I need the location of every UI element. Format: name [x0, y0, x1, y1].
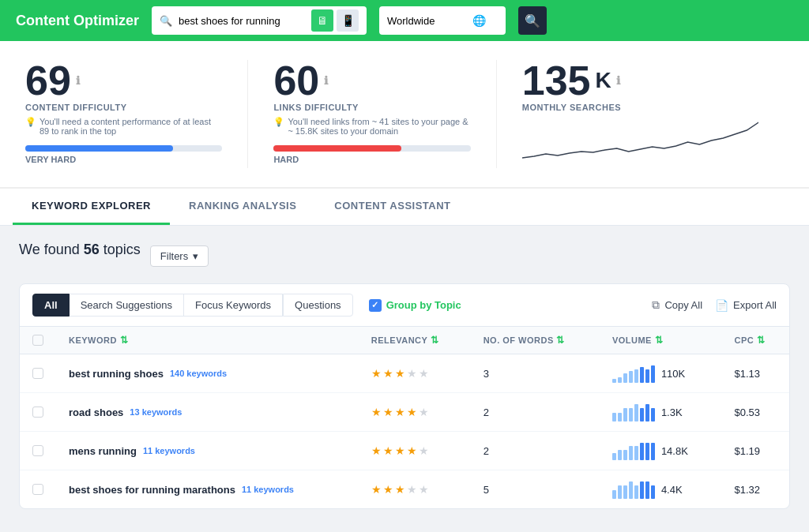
- content-difficulty-bar-label: VERY HARD: [25, 155, 222, 164]
- volume-bar: [623, 485, 627, 499]
- location-input[interactable]: [387, 15, 466, 27]
- table-header: KEYWORD ⇅ RELEVANCY ⇅ NO. OF WORDS ⇅ VOL…: [20, 327, 789, 354]
- copy-icon: ⧉: [652, 298, 660, 312]
- volume-bar: [612, 490, 616, 499]
- volume-bar: [634, 485, 638, 499]
- volume-bar: [634, 404, 638, 421]
- content-difficulty-fill: [25, 145, 173, 152]
- keyword-badge[interactable]: 11 keywords: [242, 485, 294, 494]
- search-button[interactable]: 🔍: [518, 6, 547, 35]
- volume-bar: [640, 408, 644, 421]
- header: Content Optimizer 🔍 🖥 📱 🌐 🔍: [0, 0, 809, 41]
- star: ★: [395, 406, 405, 418]
- export-all-button[interactable]: 📄 Export All: [715, 299, 777, 312]
- row-checkbox[interactable]: [32, 406, 43, 418]
- star: ★: [419, 444, 429, 457]
- table-row: road shoes 13 keywords★★★★★21.3K$0.53: [20, 393, 789, 432]
- star: ★: [383, 406, 393, 418]
- row-checkbox[interactable]: [32, 368, 43, 379]
- volume-bar: [623, 450, 627, 460]
- keyword-badge[interactable]: 13 keywords: [130, 407, 182, 417]
- volume-bar: [640, 443, 644, 460]
- volume-bar: [618, 450, 622, 460]
- volume-bars: [612, 441, 655, 460]
- table-container: All Search Suggestions Focus Keywords Qu…: [19, 283, 790, 509]
- row-checkbox[interactable]: [32, 484, 43, 495]
- sub-tab-focus-keywords[interactable]: Focus Keywords: [184, 294, 283, 317]
- export-icon: 📄: [715, 299, 728, 312]
- filters-button[interactable]: Filters ▾: [150, 245, 209, 267]
- links-difficulty-bar-label: HARD: [273, 155, 470, 164]
- word-count: 5: [471, 470, 600, 509]
- volume-bar: [618, 377, 622, 383]
- cpc-value: $0.53: [721, 393, 789, 432]
- content-difficulty-label: CONTENT DIFFICULTY: [25, 103, 222, 112]
- relevancy-stars: ★★★★★: [371, 367, 458, 380]
- table-row: mens running 11 keywords★★★★★214.8K$1.19: [20, 432, 789, 470]
- word-count: 3: [471, 354, 600, 393]
- words-sort-icon[interactable]: ⇅: [556, 335, 565, 346]
- sub-tab-search-suggestions[interactable]: Search Suggestions: [70, 294, 184, 317]
- keyword-badge[interactable]: 11 keywords: [143, 446, 195, 455]
- keyword-cell: mens running 11 keywords: [69, 445, 346, 457]
- volume-value: 14.8K: [661, 445, 688, 457]
- sub-tab-all[interactable]: All: [32, 294, 70, 317]
- volume-bar: [629, 481, 633, 499]
- cpc-sort-icon[interactable]: ⇅: [757, 335, 766, 346]
- col-words: NO. OF WORDS ⇅: [471, 327, 600, 354]
- topics-header: We found 56 topics Filters ▾: [19, 242, 790, 271]
- select-all-checkbox[interactable]: [32, 335, 43, 346]
- tab-keyword-explorer[interactable]: KEYWORD EXPLORER: [13, 189, 170, 225]
- volume-bar: [623, 373, 627, 383]
- star: ★: [407, 367, 417, 380]
- tab-ranking-analysis[interactable]: Ranking Analysis: [170, 189, 315, 225]
- search-input[interactable]: [179, 15, 305, 27]
- sub-tabs: All Search Suggestions Focus Keywords Qu…: [20, 284, 789, 327]
- volume-bar: [623, 408, 627, 421]
- volume-cell: 14.8K: [612, 441, 709, 460]
- copy-all-button[interactable]: ⧉ Copy All: [652, 298, 702, 312]
- keyword-badge[interactable]: 140 keywords: [170, 369, 227, 378]
- volume-bars: [612, 480, 655, 499]
- search-type-buttons: 🖥 📱: [311, 9, 359, 32]
- links-difficulty-info-icon[interactable]: ℹ: [324, 75, 328, 86]
- volume-cell: 1.3K: [612, 403, 709, 421]
- star: ★: [419, 367, 429, 380]
- keyword-sort-icon[interactable]: ⇅: [120, 335, 129, 346]
- volume-bar: [651, 485, 655, 499]
- group-by-toggle[interactable]: ✓ Group by Topic: [369, 299, 461, 312]
- col-keyword: KEYWORD ⇅: [56, 327, 359, 354]
- volume-bar: [634, 369, 638, 383]
- content-difficulty-number: 69 ℹ: [25, 60, 222, 101]
- mobile-button[interactable]: 📱: [337, 9, 359, 32]
- bulb-icon: 💡: [25, 117, 36, 127]
- sub-tabs-actions: ⧉ Copy All 📄 Export All: [652, 298, 777, 312]
- sub-tab-questions[interactable]: Questions: [283, 294, 353, 317]
- content-difficulty-info-icon[interactable]: ℹ: [76, 75, 80, 86]
- relevancy-stars: ★★★★★: [371, 406, 458, 418]
- star: ★: [371, 367, 382, 380]
- volume-bars: [612, 364, 655, 383]
- volume-bar: [629, 371, 633, 383]
- word-count: 2: [471, 393, 600, 432]
- keyword-cell: best running shoes 140 keywords: [69, 368, 346, 380]
- keyword-name: road shoes: [69, 406, 123, 418]
- volume-bar: [629, 408, 633, 421]
- links-difficulty-bar: [273, 145, 470, 152]
- relevancy-stars: ★★★★★: [371, 483, 458, 496]
- volume-value: 110K: [661, 368, 685, 380]
- relevancy-stars: ★★★★★: [371, 444, 458, 457]
- volume-bar: [640, 367, 644, 383]
- group-by-checkbox[interactable]: ✓: [369, 299, 382, 312]
- volume-bar: [645, 369, 649, 383]
- volume-sort-icon[interactable]: ⇅: [655, 335, 664, 346]
- volume-cell: 110K: [612, 364, 709, 383]
- monthly-searches-info-icon[interactable]: ℹ: [616, 75, 620, 86]
- star: ★: [395, 483, 405, 496]
- row-checkbox[interactable]: [32, 445, 43, 456]
- relevancy-sort-icon[interactable]: ⇅: [431, 335, 439, 346]
- table-row: best running shoes 140 keywords★★★★★3110…: [20, 354, 789, 393]
- volume-bar: [645, 404, 649, 421]
- monitor-button[interactable]: 🖥: [311, 9, 333, 32]
- tab-content-assistant[interactable]: Content Assistant: [315, 189, 469, 225]
